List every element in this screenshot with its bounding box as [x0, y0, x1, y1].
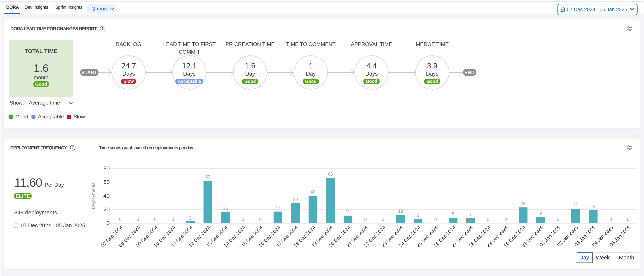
svg-text:62: 62 — [206, 175, 210, 179]
svg-text:0: 0 — [136, 217, 139, 222]
svg-text:2: 2 — [189, 216, 192, 220]
svg-text:7: 7 — [470, 212, 472, 217]
svg-text:40: 40 — [104, 193, 110, 199]
svg-text:0: 0 — [172, 217, 174, 222]
svg-text:12: 12 — [398, 209, 403, 214]
svg-text:19: 19 — [591, 204, 596, 209]
svg-text:0: 0 — [242, 217, 244, 222]
svg-text:9: 9 — [540, 211, 542, 216]
svg-text:40: 40 — [310, 190, 316, 194]
svg-text:21: 21 — [573, 202, 578, 207]
svg-text:20: 20 — [104, 206, 110, 213]
svg-text:80: 80 — [104, 165, 110, 172]
svg-text:0: 0 — [504, 217, 507, 222]
svg-text:66: 66 — [328, 172, 333, 177]
svg-text:29: 29 — [293, 197, 298, 202]
svg-text:8: 8 — [452, 211, 454, 216]
svg-text:0: 0 — [154, 217, 156, 222]
svg-text:0: 0 — [557, 217, 559, 222]
svg-text:11: 11 — [346, 209, 350, 214]
svg-text:0: 0 — [106, 220, 110, 226]
svg-text:0: 0 — [627, 217, 630, 222]
svg-text:23: 23 — [521, 201, 526, 206]
svg-text:0: 0 — [382, 217, 384, 222]
svg-text:0: 0 — [487, 217, 489, 222]
svg-text:6: 6 — [417, 213, 419, 218]
svg-text:0: 0 — [364, 217, 367, 222]
svg-text:60: 60 — [104, 179, 110, 185]
svg-text:0: 0 — [610, 217, 612, 222]
svg-text:0: 0 — [434, 217, 437, 222]
svg-text:17: 17 — [276, 205, 280, 210]
svg-text:0: 0 — [259, 217, 262, 222]
svg-text:0: 0 — [119, 217, 122, 222]
svg-text:16: 16 — [223, 206, 228, 211]
svg-text:Deployments: Deployments — [91, 183, 96, 209]
